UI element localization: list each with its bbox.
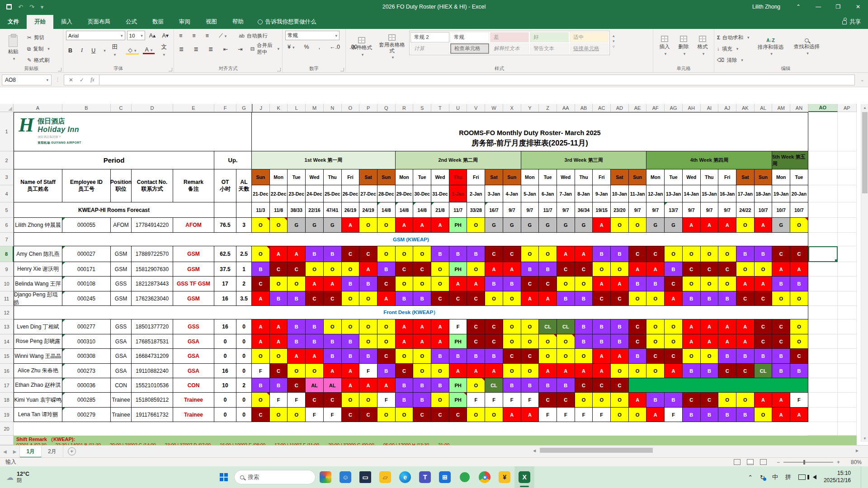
column-header-S[interactable]: S [413, 104, 431, 112]
shift-cell[interactable]: C [485, 246, 503, 262]
shift-cell[interactable]: C [611, 291, 629, 306]
shift-cell[interactable]: A [324, 364, 342, 378]
shift-cell[interactable]: A [431, 218, 449, 233]
staff-al-cell[interactable]: 0 [236, 319, 252, 334]
shift-cell[interactable]: G [557, 218, 575, 233]
shift-cell[interactable]: C [324, 291, 342, 306]
shift-cell[interactable]: C [521, 349, 539, 364]
shift-cell[interactable]: A [413, 319, 431, 334]
column-header-P[interactable]: P [359, 104, 377, 112]
increase-indent-icon[interactable]: ⇥ [236, 46, 245, 52]
cell[interactable] [838, 202, 857, 218]
shift-cell[interactable]: A [467, 277, 485, 291]
number-dialog-launcher-icon[interactable] [340, 68, 344, 71]
column-header-AJ[interactable]: AJ [718, 104, 736, 112]
copy-button[interactable]: ⧉ 复制 ▾ [27, 44, 50, 54]
staff-id-cell[interactable]: 000285 [62, 393, 111, 408]
column-header-F[interactable]: F [214, 104, 236, 112]
forecast-cell[interactable]: 9/7 [503, 202, 521, 218]
new-sheet-button[interactable]: + [68, 447, 76, 455]
shift-cell[interactable]: B [324, 246, 342, 262]
shift-cell[interactable]: A [736, 334, 755, 349]
forecast-cell[interactable]: 23/20 [611, 202, 629, 218]
taskbar-weather-widget[interactable]: ☁ 12°C 阴 [0, 471, 36, 484]
shift-cell[interactable]: G [646, 218, 665, 233]
number-format-combo[interactable]: 常规▾ [285, 31, 340, 40]
shift-cell[interactable]: O [503, 364, 521, 378]
shift-cell[interactable]: A [449, 364, 467, 378]
shift-cell[interactable]: A [701, 319, 719, 334]
forecast-cell[interactable]: 9/7 [683, 202, 701, 218]
shift-cell[interactable]: O [701, 277, 719, 291]
forecast-cell[interactable]: 14/8 [396, 202, 414, 218]
merge-center-button[interactable]: ⊟ 合并后居中 ▾ [250, 44, 279, 54]
shift-cell[interactable]: C [755, 334, 773, 349]
shift-cell[interactable]: O [377, 218, 396, 233]
shift-cell[interactable]: B [557, 291, 575, 306]
column-header-T[interactable]: T [431, 104, 449, 112]
shift-cell[interactable]: B [611, 319, 629, 334]
forecast-cell[interactable]: 10/7 [772, 202, 790, 218]
staff-ot-cell[interactable]: 62.5 [214, 246, 236, 262]
shift-cell[interactable]: O [665, 334, 683, 349]
insert-function-icon[interactable]: fx [90, 76, 94, 83]
staff-name-cell[interactable]: Lena Tan 谭玲丽 [14, 408, 62, 422]
ribbon-tab-4[interactable]: 公式 [118, 15, 145, 29]
staff-name-cell[interactable]: Alice Zhu 朱春艳 [14, 364, 62, 378]
shift-cell[interactable]: B [539, 262, 557, 277]
shift-cell[interactable]: G [665, 218, 683, 233]
cell-style-chip[interactable]: 适中 [570, 32, 609, 42]
staff-name-cell[interactable]: Lilith Zhong 钟晨晨 [14, 218, 62, 233]
shift-cell[interactable]: C [683, 393, 701, 408]
shift-cell[interactable]: PH [449, 378, 467, 393]
shift-cell[interactable]: B [539, 378, 557, 393]
cell[interactable] [838, 169, 857, 185]
forecast-cell[interactable]: 14/8 [413, 202, 431, 218]
align-top-icon[interactable]: ≡ [177, 33, 184, 39]
orientation-icon[interactable]: ⟋▾ [217, 33, 229, 39]
column-header-R[interactable]: R [396, 104, 414, 112]
align-left-icon[interactable]: ≣ [177, 46, 186, 52]
shift-cell[interactable]: O [701, 349, 719, 364]
shift-cell[interactable]: F [575, 408, 593, 422]
column-header-K[interactable]: K [270, 104, 288, 112]
shift-cell[interactable]: O [539, 349, 557, 364]
shift-cell[interactable]: CL [755, 364, 773, 378]
ribbon-tab-5[interactable]: 数据 [145, 15, 171, 29]
shift-cell[interactable]: B [593, 246, 611, 262]
shift-cell[interactable]: PH [449, 334, 467, 349]
shift-cell[interactable]: C [611, 378, 629, 393]
shift-cell[interactable]: C [646, 246, 665, 262]
shift-cell[interactable]: O [790, 291, 808, 306]
shift-cell[interactable]: O [377, 246, 396, 262]
shift-cell[interactable]: B [575, 334, 593, 349]
forecast-cell[interactable]: 9/7 [629, 202, 647, 218]
cell[interactable] [808, 185, 838, 202]
shift-cell[interactable]: O [252, 349, 270, 364]
row-header-17[interactable]: 17 [0, 378, 14, 393]
shift-cell[interactable]: A [593, 277, 611, 291]
shift-cell[interactable]: O [270, 277, 288, 291]
staff-position-cell[interactable]: GSS [111, 277, 132, 291]
name-box[interactable]: AO8▾ [2, 75, 52, 85]
column-header-AA[interactable]: AA [557, 104, 575, 112]
cell[interactable] [838, 151, 857, 169]
shift-cell[interactable]: B [521, 262, 539, 277]
shift-cell[interactable]: A [252, 291, 270, 306]
shift-cell[interactable]: O [431, 364, 449, 378]
staff-remark-cell[interactable]: CON [173, 378, 214, 393]
sort-filter-button[interactable]: A↓Z 排序和筛选▾ [755, 31, 785, 63]
staff-id-cell[interactable]: 000245 [62, 291, 111, 306]
staff-id-cell[interactable]: 000310 [62, 334, 111, 349]
shift-cell[interactable]: A [521, 291, 539, 306]
shift-cell[interactable]: C [503, 246, 521, 262]
shift-cell[interactable]: A [539, 291, 557, 306]
cell[interactable] [838, 334, 857, 349]
cell[interactable] [808, 408, 838, 422]
shift-cell[interactable]: B [503, 378, 521, 393]
shift-cell[interactable]: C [413, 262, 431, 277]
forecast-cell[interactable]: 10/7 [790, 202, 808, 218]
shift-cell[interactable]: C [467, 291, 485, 306]
shift-cell[interactable]: O [503, 319, 521, 334]
shift-cell[interactable]: B [413, 393, 431, 408]
